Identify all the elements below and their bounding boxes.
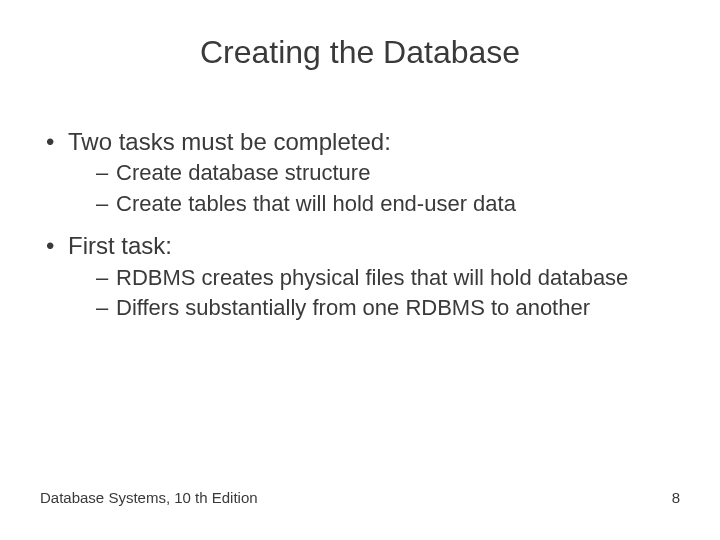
bullet-level1: Two tasks must be completed:	[40, 126, 680, 157]
page-number: 8	[672, 489, 680, 506]
bullet-level2: Differs substantially from one RDBMS to …	[40, 294, 680, 323]
spacer	[40, 220, 680, 226]
bullet-level1: First task:	[40, 230, 680, 261]
slide-body: Two tasks must be completed: Create data…	[40, 122, 680, 325]
bullet-level2: Create tables that will hold end-user da…	[40, 190, 680, 219]
bullet-level2: RDBMS creates physical files that will h…	[40, 264, 680, 293]
bullet-level2: Create database structure	[40, 159, 680, 188]
footer-text-left: Database Systems, 10 th Edition	[40, 489, 258, 506]
slide: Creating the Database Two tasks must be …	[0, 0, 720, 540]
slide-title: Creating the Database	[0, 34, 720, 71]
